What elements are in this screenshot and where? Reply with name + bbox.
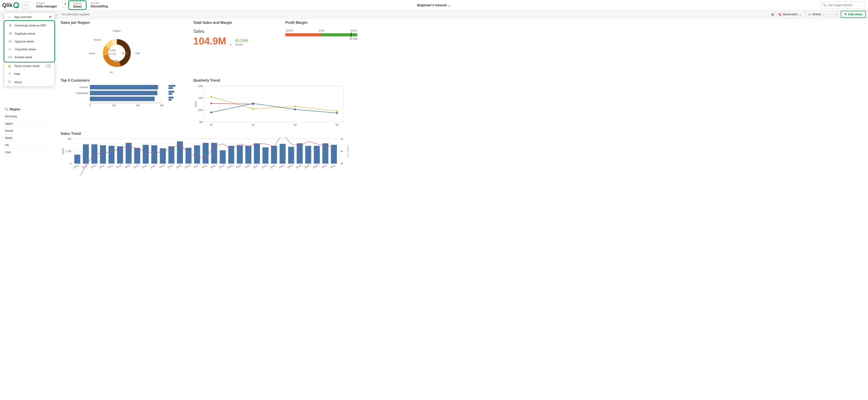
svg-rect-19 (90, 97, 155, 101)
svg-rect-17 (168, 91, 174, 93)
svg-rect-64 (83, 144, 89, 163)
svg-rect-92 (203, 143, 209, 163)
menu-app-overview[interactable]: ⌂ App overview ⧉ (4, 13, 54, 21)
filter-item[interactable]: USA (4, 149, 50, 156)
svg-text:2013...: 2013... (227, 163, 235, 169)
svg-text:2013...: 2013... (218, 163, 226, 169)
svg-text:2013...: 2013... (201, 163, 209, 169)
svg-text:6M: 6M (160, 104, 163, 107)
svg-point-44 (336, 110, 338, 112)
svg-rect-70 (108, 146, 115, 163)
quarterly-line-chart[interactable]: 8M10M12M14MQ1Q2Q3Q4Sales (193, 84, 350, 129)
menu-unpublish-sheet[interactable]: ⇤ Unpublish sheet (5, 45, 54, 53)
svg-rect-27 (205, 86, 344, 122)
svg-point-42 (252, 108, 254, 110)
svg-rect-112 (288, 147, 294, 163)
svg-text:2012...: 2012... (133, 163, 141, 169)
filter-item[interactable]: Germany (4, 113, 50, 120)
svg-text:41: 41 (340, 150, 343, 153)
svg-text:2013...: 2013... (192, 163, 200, 169)
svg-text:Japan: Japan (89, 52, 95, 55)
selections-tool-icon[interactable]: ◫ (56, 12, 59, 16)
chevron-down-icon: ⌄ (799, 12, 802, 16)
svg-text:2014...: 2014... (287, 163, 294, 169)
svg-text:UK: UK (110, 71, 113, 74)
menu-embed-sheet[interactable]: </> Embed sheet (5, 53, 54, 61)
app-title-dropdown[interactable]: Beginner's tutorial⌄ (417, 3, 451, 7)
chevron-down-icon: ⌄ (823, 12, 825, 16)
svg-text:Q1: Q1 (210, 123, 213, 126)
menu-approve-sheet[interactable]: ☑ Approve sheet (5, 37, 54, 45)
svg-point-50 (336, 112, 338, 114)
gauge-mid: 0.0% (319, 29, 324, 32)
filter-item[interactable]: Spain (4, 134, 50, 142)
menu-help[interactable]: ? Help (4, 70, 54, 78)
panel-top5-customers: Top 5 Customers Paracel5.69MPageWave5.63… (61, 79, 186, 129)
unpublish-icon: ⇤ (8, 48, 12, 51)
svg-text:2013...: 2013... (236, 163, 243, 169)
svg-text:2012...: 2012... (158, 163, 166, 169)
filter-item[interactable]: Japan (4, 120, 50, 127)
svg-text:10M: 10M (198, 109, 203, 112)
more-menu-button[interactable]: ⋯ (22, 1, 29, 9)
edit-sheet-button[interactable]: ✎ Edit sheet (841, 11, 866, 18)
nav-analyze[interactable]: Analyze Sheet (68, 0, 87, 10)
svg-rect-80 (151, 145, 157, 163)
filter-item[interactable]: UK (4, 142, 50, 149)
svg-text:Region: Region (113, 29, 121, 32)
panel-title: Top 5 Customers (61, 79, 186, 83)
down-trend-icon: ▾ (230, 43, 231, 46)
next-sheet-button[interactable]: › (834, 12, 839, 17)
svg-text:45.5%: 45.5% (122, 52, 129, 55)
filter-item[interactable]: Nordic (4, 127, 50, 134)
nav-narrate[interactable]: Narrate Storytelling (87, 0, 112, 10)
kpi-sales-label: Sales (193, 29, 279, 34)
menu-touch-mode[interactable]: ☝ Touch screen mode (4, 62, 54, 70)
external-icon: ⧉ (49, 15, 51, 19)
svg-point-49 (294, 109, 296, 110)
svg-text:5.63M: 5.63M (149, 92, 156, 94)
svg-rect-86 (177, 141, 183, 163)
nav-prepare[interactable]: Prepare Data manager (32, 0, 61, 10)
panel-sales-trend: Sales Trend 02.5M5M364146SalesMargin (%)… (61, 132, 357, 176)
prepare-chevron[interactable]: ▾ (62, 0, 68, 8)
sales-trend-chart[interactable]: 02.5M5M364146SalesMargin (%)2012...2012.… (61, 137, 348, 175)
panel-sales-per-region: Sales per Region Region45.5%26.9%11.3%9.… (61, 21, 186, 76)
svg-text:2013...: 2013... (210, 163, 218, 169)
svg-text:Sales: Sales (62, 148, 64, 154)
grid-view-icon[interactable]: ▦ (771, 12, 774, 16)
top5-bar-chart[interactable]: Paracel5.69MPageWave5.63M02M4M6M (61, 84, 178, 111)
svg-text:2.5M: 2.5M (66, 150, 71, 153)
menu-duplicate-sheet[interactable]: ⧉ Duplicate sheet (5, 29, 54, 37)
insight-search[interactable]: 🔍 (821, 2, 866, 9)
svg-rect-116 (305, 146, 311, 163)
svg-text:2012...: 2012... (116, 163, 124, 169)
pencil-icon: ✎ (844, 12, 847, 16)
svg-point-45 (210, 102, 212, 104)
svg-text:2012...: 2012... (167, 163, 175, 169)
svg-text:Q2: Q2 (251, 123, 255, 126)
touch-toggle[interactable] (44, 64, 51, 68)
search-input[interactable] (828, 3, 866, 7)
gauge-bar[interactable] (285, 33, 357, 36)
prev-sheet-button[interactable]: ‹ (830, 12, 834, 17)
svg-text:2014...: 2014... (321, 163, 329, 169)
kpi-sales-value: 104.9M (193, 36, 226, 46)
kpi-margin-label: Margin (235, 43, 250, 46)
svg-text:Sales: Sales (194, 101, 197, 107)
menu-download-pdf[interactable]: ⬇ Download sheet as PDF (5, 22, 54, 29)
svg-text:2012...: 2012... (90, 163, 98, 169)
svg-rect-13 (168, 87, 173, 89)
svg-point-48 (252, 102, 254, 104)
menu-about[interactable]: ⓘ About (4, 78, 54, 86)
bookmarks-button[interactable]: 🔖 Bookmarks ⌄ (776, 10, 804, 19)
svg-rect-94 (211, 143, 217, 163)
svg-rect-104 (254, 143, 260, 163)
download-icon: ⬇ (8, 24, 12, 27)
svg-rect-102 (245, 146, 251, 163)
panel-title: Sales Trend (61, 132, 357, 136)
sheets-button[interactable]: ▭ Sheets ⌄ (806, 10, 828, 19)
donut-chart[interactable]: Region45.5%26.9%11.3%9.9%USAUKJapanNordi… (61, 26, 178, 75)
svg-rect-18 (168, 93, 172, 95)
svg-rect-78 (143, 145, 149, 163)
